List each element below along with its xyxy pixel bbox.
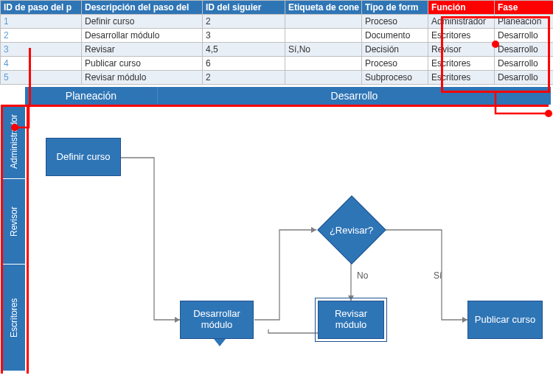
edge-label-no: No (357, 270, 368, 281)
col-connector[interactable]: Etiqueta de cone (285, 1, 362, 15)
process-data-table: ID de paso del p Descripción del paso de… (0, 0, 553, 85)
annotation-dot-right (545, 110, 552, 117)
cell-id: 1 (1, 15, 82, 29)
document-fold-icon (214, 339, 226, 346)
cell-type: Proceso (362, 57, 428, 71)
cell-desc: Publicar curso (82, 57, 203, 71)
cell-fase: Planeación (495, 15, 554, 29)
cell-conn (285, 29, 362, 43)
cell-desc: Revisar (82, 43, 203, 57)
svg-marker-3 (462, 317, 467, 323)
cell-fase: Desarrollo (495, 43, 554, 57)
cell-func: Revisor (428, 43, 495, 57)
phase-header: Planeación Desarrollo (25, 87, 551, 105)
cell-type: Proceso (362, 15, 428, 29)
cell-type: Decisión (362, 43, 428, 57)
cell-id: 3 (1, 43, 82, 57)
cell-conn: Sí,No (285, 43, 362, 57)
flow-canvas: Definir curso Desarrollar módulo ¿Revisa… (25, 105, 551, 371)
subprocess-frame-icon (315, 298, 387, 342)
lane-revisor[interactable]: Revisor (2, 179, 25, 264)
col-function[interactable]: Función (428, 1, 495, 15)
cell-type: Subproceso (362, 71, 428, 85)
col-next-id[interactable]: ID del siguier (203, 1, 285, 15)
cell-fase: Desarrollo (495, 71, 554, 85)
svg-marker-1 (311, 227, 316, 233)
table-row[interactable]: 5 Revisar módulo 2 Subproceso Escritores… (1, 71, 554, 85)
lane-labels: Administrador Revisor Escritores (2, 105, 25, 371)
table-row[interactable]: 1 Definir curso 2 Proceso Administrador … (1, 15, 554, 29)
cell-id: 4 (1, 57, 82, 71)
cell-next: 4,5 (203, 43, 285, 57)
shape-definir-curso[interactable]: Definir curso (46, 138, 121, 176)
cell-next: 2 (203, 15, 285, 29)
table-header-row: ID de paso del p Descripción del paso de… (1, 1, 554, 15)
cell-next: 6 (203, 57, 285, 71)
cell-fase: Desarrollo (495, 29, 554, 43)
cell-func: Escritores (428, 29, 495, 43)
cell-func: Administrador (428, 15, 495, 29)
lane-escritores[interactable]: Escritores (2, 265, 25, 371)
cell-conn (285, 57, 362, 71)
cell-fase: Desarrollo (495, 57, 554, 71)
cell-desc: Revisar módulo (82, 71, 203, 85)
cell-conn (285, 71, 362, 85)
cell-type: Documento (362, 29, 428, 43)
cell-func: Escritores (428, 57, 495, 71)
cell-desc: Definir curso (82, 15, 203, 29)
table-row[interactable]: 4 Publicar curso 6 Proceso Escritores De… (1, 57, 554, 71)
edge-label-si: Sí (434, 270, 442, 281)
cell-id: 5 (1, 71, 82, 85)
col-shape-type[interactable]: Tipo de form (362, 1, 428, 15)
table-row[interactable]: 3 Revisar 4,5 Sí,No Decisión Revisor Des… (1, 43, 554, 57)
col-step-desc[interactable]: Descripción del paso del (82, 1, 203, 15)
decision-label: ¿Revisar? (316, 207, 386, 253)
annotation-dot-top (492, 41, 499, 48)
cell-id: 2 (1, 29, 82, 43)
shape-revisar-decision[interactable]: ¿Revisar? (316, 207, 386, 253)
cell-conn (285, 15, 362, 29)
svg-marker-0 (175, 317, 180, 323)
table-row[interactable]: 2 Desarrollar módulo 3 Documento Escrito… (1, 29, 554, 43)
cell-desc: Desarrollar módulo (82, 29, 203, 43)
swimlane-diagram: Planeación Desarrollo Administrador Revi… (0, 85, 553, 374)
phase-planeacion[interactable]: Planeación (25, 87, 158, 105)
shape-publicar-curso[interactable]: Publicar curso (467, 301, 543, 339)
cell-func: Escritores (428, 71, 495, 85)
col-step-id[interactable]: ID de paso del p (1, 1, 82, 15)
cell-next: 2 (203, 71, 285, 85)
shape-desarrollar-modulo[interactable]: Desarrollar módulo (180, 301, 254, 339)
col-phase[interactable]: Fase (495, 1, 554, 15)
phase-desarrollo[interactable]: Desarrollo (158, 87, 551, 105)
annotation-dot-left (11, 124, 18, 131)
cell-next: 3 (203, 29, 285, 43)
lane-administrador[interactable]: Administrador (2, 105, 25, 178)
